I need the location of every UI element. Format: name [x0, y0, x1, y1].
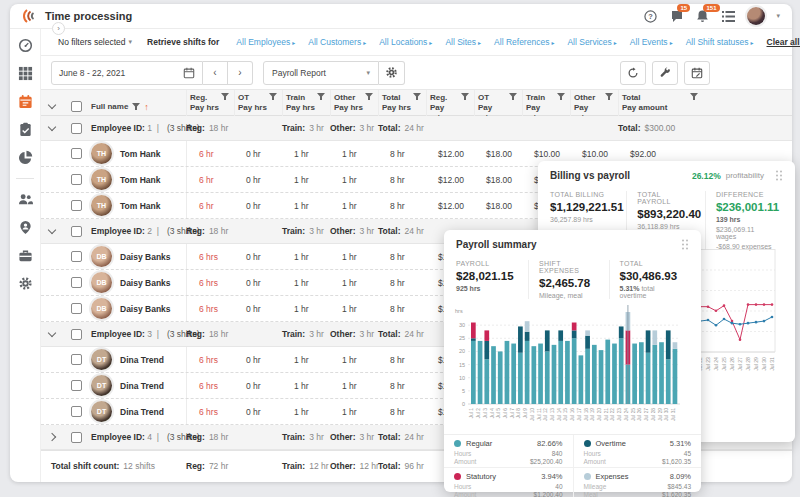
employee-name: Dina Trend [120, 381, 164, 391]
sidebar-schedule-icon[interactable] [18, 94, 33, 109]
menu-list-icon[interactable] [721, 9, 736, 24]
wrench-icon [659, 67, 671, 79]
row-checkbox[interactable] [71, 354, 82, 365]
gear-icon [385, 66, 398, 79]
employee-avatar: DT [91, 401, 112, 422]
help-icon[interactable]: ? [643, 9, 658, 24]
sidebar-person-pin-icon[interactable] [18, 220, 33, 235]
filter-funnel-icon[interactable] [132, 103, 140, 111]
group-expand-chevron-icon[interactable] [48, 433, 56, 441]
row-checkbox[interactable] [71, 277, 82, 288]
cell-value: 1 hr [330, 278, 378, 288]
report-settings-button[interactable] [379, 61, 405, 85]
filter-all-references[interactable]: All References▸ [494, 37, 554, 47]
svg-text:Jul 27: Jul 27 [644, 408, 649, 421]
calendar-icon [183, 67, 195, 79]
row-checkbox[interactable] [71, 174, 82, 185]
refresh-button[interactable] [620, 61, 646, 85]
date-range-picker[interactable]: June 8 - 22, 2021 [51, 61, 203, 85]
row-checkbox[interactable] [71, 406, 82, 417]
filter-funnel-icon[interactable] [690, 93, 698, 101]
report-type-select[interactable]: Payroll Report▾ [263, 61, 379, 85]
cell-value: 1 hr [330, 355, 378, 365]
svg-text:Jul 31: Jul 31 [769, 357, 775, 371]
svg-text:Jul 16: Jul 16 [570, 408, 575, 421]
legend-item-regular[interactable]: Regular82.66%Hours840Amount$25,200.40 [444, 435, 573, 467]
tools-button[interactable] [652, 61, 678, 85]
filter-funnel-icon[interactable] [317, 93, 325, 101]
group-expand-chevron-icon[interactable] [48, 225, 56, 233]
filter-funnel-icon[interactable] [461, 93, 469, 101]
cell-value: $10.00 [570, 149, 618, 159]
cell-value: 8 hr [378, 201, 426, 211]
filter-all-employees[interactable]: All Employees▸ [236, 37, 295, 47]
group-checkbox[interactable] [71, 226, 82, 237]
payroll-stat: PAYROLL $28,021.15 925 hrs [456, 260, 528, 299]
filter-funnel-icon[interactable] [557, 93, 565, 101]
next-period-button[interactable]: › [228, 61, 253, 85]
filter-all-events[interactable]: All Events▸ [630, 37, 673, 47]
sidebar-pie-chart-icon[interactable] [18, 150, 33, 165]
row-checkbox[interactable] [71, 200, 82, 211]
row-checkbox[interactable] [71, 303, 82, 314]
row-checkbox[interactable] [71, 251, 82, 262]
filters-status-dropdown[interactable]: No filters selected▾ [58, 37, 132, 47]
sort-ascending-icon[interactable]: ↑ [144, 102, 149, 112]
footer-train-total: Train:12 hr [282, 461, 330, 471]
bell-icon[interactable]: 151 [695, 9, 710, 24]
select-all-checkbox[interactable] [71, 101, 82, 112]
sidebar-clipboard-check-icon[interactable] [18, 122, 33, 137]
table-header: Full name ↑ Reg.Pay hrsOTPay hrsTrainPay… [41, 89, 792, 116]
svg-text:20: 20 [459, 348, 465, 354]
row-checkbox[interactable] [71, 380, 82, 391]
row-checkbox[interactable] [71, 148, 82, 159]
sidebar-settings-icon[interactable] [18, 276, 33, 291]
payroll-summary-card: Payroll summary PAYROLL $28,021.15 925 h… [444, 230, 701, 492]
legend-item-expenses[interactable]: Expenses8.09%Mileage$845.43Meal$1,620.35 [573, 467, 702, 497]
prev-period-button[interactable]: ‹ [203, 61, 228, 85]
user-menu-caret-icon[interactable]: ▾ [776, 12, 780, 20]
drag-handle-icon[interactable] [775, 170, 783, 181]
filter-funnel-icon[interactable] [413, 93, 421, 101]
filter-all-customers[interactable]: All Customers▸ [308, 37, 366, 47]
sidebar-team-icon[interactable] [18, 192, 33, 207]
group-checkbox[interactable] [71, 123, 82, 134]
legend-item-statutory[interactable]: Statutory3.94%Hours40Amount$1,200.40 [444, 467, 573, 497]
filter-funnel-icon[interactable] [605, 93, 613, 101]
employee-name: Dina Trend [120, 407, 164, 417]
filter-funnel-icon[interactable] [269, 93, 277, 101]
cell-value: 6 hr [186, 167, 234, 192]
filter-all-shift-statuses[interactable]: All Shift statuses▸ [686, 37, 754, 47]
toolbar: June 8 - 22, 2021 ‹ › Payroll Report▾ [41, 56, 792, 89]
legend-item-overtime[interactable]: Overtime5.31%Hours45Amount$1,620.35 [573, 435, 702, 467]
edit-schedule-button[interactable] [684, 61, 710, 85]
drag-handle-icon[interactable] [681, 239, 689, 250]
bell-badge: 151 [703, 4, 719, 12]
sidebar-dashboard-icon[interactable] [18, 38, 33, 53]
filter-funnel-icon[interactable] [509, 93, 517, 101]
filter-funnel-icon[interactable] [221, 93, 229, 101]
sidebar-grid-icon[interactable] [18, 66, 33, 81]
clear-all-filters-link[interactable]: Clear all filters [767, 37, 800, 47]
expand-all-chevron-icon[interactable] [48, 101, 56, 109]
sidebar-briefcase-icon[interactable] [18, 248, 33, 263]
cell-value: 0 hr [234, 381, 282, 391]
svg-text:5: 5 [462, 388, 465, 394]
cell-value: 1 hr [282, 149, 330, 159]
chat-icon[interactable]: 15 [669, 9, 684, 24]
group-expand-chevron-icon[interactable] [48, 328, 56, 336]
group-expand-chevron-icon[interactable] [48, 122, 56, 130]
group-checkbox[interactable] [71, 432, 82, 443]
filter-bar: No filters selected▾ Retrieve shifts for… [41, 29, 792, 56]
cell-value: 6 hrs [186, 399, 234, 424]
cell-value: 0 hr [234, 407, 282, 417]
user-avatar[interactable] [747, 7, 765, 25]
group-checkbox[interactable] [71, 329, 82, 340]
employee-avatar: TH [91, 169, 112, 190]
cell-value: 8 hr [378, 355, 426, 365]
filter-all-services[interactable]: All Services▸ [567, 37, 616, 47]
filter-all-locations[interactable]: All Locations▸ [379, 37, 432, 47]
filter-all-sites[interactable]: All Sites▸ [445, 37, 481, 47]
filter-funnel-icon[interactable] [365, 93, 373, 101]
sidebar-collapse-button[interactable]: › [52, 22, 65, 35]
